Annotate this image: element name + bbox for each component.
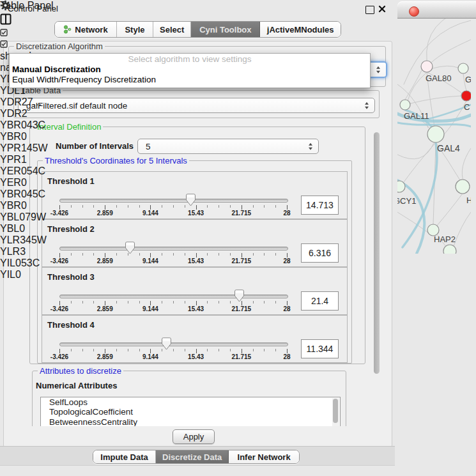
slider-knob[interactable]: [125, 242, 135, 254]
tick-label: 9.144: [142, 305, 158, 312]
tick-mark: [162, 253, 162, 256]
table-row[interactable]: YBR043CYBR0: [0, 119, 48, 142]
numerical-attributes-label: Numerical Attributes: [36, 381, 117, 390]
tick-mark: [82, 349, 83, 351]
table-settings-gear-icon[interactable]: [0, 0, 48, 13]
tab-discretize-data[interactable]: Discretize Data: [156, 450, 229, 463]
network-node[interactable]: [400, 100, 410, 110]
tick-mark: [287, 205, 288, 210]
cell-name[interactable]: YBL0: [0, 223, 48, 234]
threshold-slider-track[interactable]: [59, 247, 288, 250]
cell-name[interactable]: YBR0: [0, 200, 48, 211]
slider-knob[interactable]: [234, 289, 244, 302]
cell-name[interactable]: YPR1: [0, 154, 48, 165]
unselect-all-checkbox-icon[interactable]: [0, 39, 48, 50]
threshold-slider-track[interactable]: [59, 342, 288, 346]
slider-knob[interactable]: [162, 337, 171, 350]
tab-impute-data[interactable]: Impute Data: [93, 450, 156, 463]
tab-infer-network[interactable]: Infer Network: [229, 450, 299, 463]
dropdown-placeholder-item[interactable]: Select algorithm to view settings: [10, 54, 370, 65]
tick-mark: [219, 349, 219, 351]
column-selector-icon[interactable]: [0, 13, 48, 27]
cell-name[interactable]: YER0: [0, 177, 48, 188]
threshold-value-box[interactable]: 11.344: [301, 339, 339, 358]
float-window-icon[interactable]: [365, 6, 374, 14]
threshold-value-box[interactable]: 21.4: [301, 291, 339, 311]
attributes-group-title: Attributes to discretize: [38, 366, 123, 376]
cell-name[interactable]: YIL0: [0, 269, 48, 280]
tab-select[interactable]: Select: [153, 22, 191, 37]
cell-shared-name[interactable]: YBR043C: [0, 119, 48, 131]
number-of-intervals-combobox[interactable]: 5: [137, 139, 319, 154]
table-row[interactable]: YBL079WYBL0: [0, 211, 48, 234]
tick-mark: [230, 205, 231, 208]
table-row[interactable]: YER054CYER0: [0, 165, 48, 188]
list-scrollbar[interactable]: [332, 398, 339, 426]
cell-shared-name[interactable]: YPR145W: [0, 142, 48, 154]
table-row[interactable]: YBR045CYBR0: [0, 188, 48, 211]
table-row[interactable]: YIL053CYIL0: [0, 257, 48, 280]
cell-shared-name[interactable]: YBL079W: [0, 211, 48, 223]
network-node[interactable]: [458, 63, 468, 73]
dropdown-option-manual[interactable]: Manual Discretization: [10, 65, 370, 75]
threshold-slider-track[interactable]: [59, 199, 288, 203]
tick-mark: [116, 349, 117, 351]
tick-mark: [275, 205, 276, 208]
threshold-label: Threshold 3: [47, 272, 95, 282]
network-node[interactable]: [421, 61, 433, 72]
network-view-window: GAL80GACGAL11GAL4GCY1HHAP2: [397, 1, 476, 288]
settings-scrollbar-thumb[interactable]: [374, 132, 380, 374]
tick-mark: [93, 301, 94, 303]
network-node[interactable]: [427, 126, 444, 142]
zoom-traffic-light-icon[interactable]: [397, 6, 406, 15]
network-node[interactable]: [443, 245, 456, 254]
attribute-list-item[interactable]: SelfLoops: [41, 397, 340, 407]
tick-mark: [287, 253, 288, 257]
slider-knob[interactable]: [186, 194, 196, 206]
cell-shared-name[interactable]: YLR345W: [0, 234, 48, 246]
network-node[interactable]: [397, 181, 405, 192]
cell-name[interactable]: YDR2: [0, 108, 48, 119]
tab-cyni-toolbox[interactable]: Cyni Toolbox: [191, 22, 260, 37]
tick-mark: [116, 301, 117, 303]
settings-scrollbar[interactable]: [373, 123, 381, 425]
network-icon: [63, 25, 72, 34]
apply-button[interactable]: Apply: [173, 429, 215, 444]
threshold-value-box[interactable]: 14.713: [301, 196, 339, 215]
network-node[interactable]: [461, 91, 471, 101]
tick-mark: [82, 301, 83, 303]
attribute-items: SelfLoopsTopologicalCoefficientBetweenne…: [41, 397, 340, 426]
tab-style[interactable]: Style: [117, 22, 153, 37]
tab-jactivemnodules[interactable]: jActiveMNodules: [260, 22, 341, 37]
cell-shared-name[interactable]: YBR045C: [0, 188, 48, 200]
cell-shared-name[interactable]: YER054C: [0, 165, 48, 177]
network-node[interactable]: [456, 180, 470, 194]
network-window-titlebar[interactable]: [397, 1, 476, 19]
tick-label: 9.144: [142, 210, 158, 217]
table-data-groupbox: Table Data galFiltered.sif default node: [13, 90, 380, 118]
cell-name[interactable]: YBR0: [0, 131, 48, 142]
attribute-list-item[interactable]: TopologicalCoefficient: [41, 407, 340, 417]
cell-name[interactable]: YLR3: [0, 246, 48, 257]
network-canvas[interactable]: GAL80GACGAL11GAL4GCY1HHAP2: [397, 1, 476, 256]
attribute-list-item[interactable]: BetweennessCentrality: [41, 417, 340, 426]
close-icon[interactable]: [378, 5, 386, 13]
select-all-checkbox-icon[interactable]: [0, 27, 48, 39]
table-row[interactable]: YDR27...YDR2: [0, 96, 48, 119]
close-traffic-light-icon[interactable]: [409, 6, 419, 17]
cell-shared-name[interactable]: YDR27...: [0, 96, 48, 108]
tick-mark: [105, 253, 105, 257]
tab-network[interactable]: Network: [55, 22, 117, 37]
threshold-value-box[interactable]: 6.316: [301, 243, 339, 263]
threshold-slider-track[interactable]: [59, 295, 288, 298]
tick-mark: [71, 253, 72, 256]
table-row[interactable]: YLR345WYLR3: [0, 234, 48, 257]
dropdown-option-equal-width[interactable]: Equal Width/Frequency Discretization: [10, 75, 370, 85]
cell-shared-name[interactable]: YIL053C: [0, 257, 48, 269]
list-scrollbar-thumb[interactable]: [333, 399, 338, 423]
tick-mark: [253, 349, 254, 351]
tick-mark: [93, 205, 94, 208]
table-row[interactable]: YPR145WYPR1: [0, 142, 48, 165]
table-data-combobox[interactable]: galFiltered.sif default node: [18, 98, 375, 113]
slider-ticks: [59, 205, 287, 210]
